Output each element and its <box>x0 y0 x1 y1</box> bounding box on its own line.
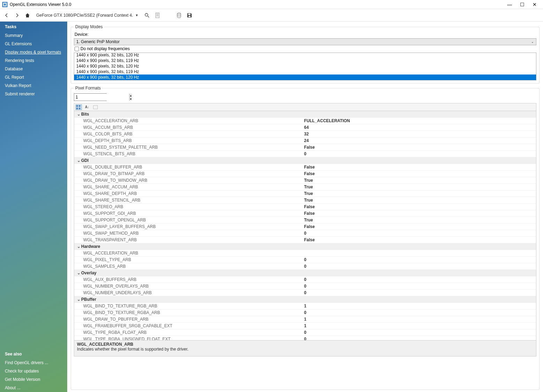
property-name: WGL_SHARE_ACCUM_ARB <box>74 184 304 190</box>
display-mode-item[interactable]: 1440 x 900 pixels, 32 bits, 119 Hz <box>74 58 536 63</box>
sidebar-item-vulkan-report[interactable]: Vulkan Report <box>0 81 67 90</box>
property-row[interactable]: WGL_TYPE_RGBA_UNSIGNED_FLOAT_EXT0 <box>74 336 536 340</box>
database-icon[interactable] <box>176 12 182 18</box>
sidebar-item-rendering-tests[interactable]: Rendering tests <box>0 56 67 65</box>
device-dropdown[interactable]: 1. Generic PnP Monitor ⌄ <box>74 38 536 45</box>
property-row[interactable]: WGL_TRANSPARENT_ARBFalse <box>74 237 536 243</box>
collapse-icon[interactable]: ⌄ <box>76 296 81 303</box>
property-row[interactable]: WGL_SWAP_LAYER_BUFFERS_ARBFalse <box>74 224 536 230</box>
property-row[interactable]: WGL_NUMBER_UNDERLAYS_ARB0 <box>74 290 536 296</box>
sidebar-check-updates[interactable]: Check for updates <box>0 367 67 375</box>
property-value: 0 <box>304 290 536 296</box>
svg-point-3 <box>145 13 148 16</box>
display-modes-list[interactable]: 1440 x 900 pixels, 32 bits, 120 Hz1440 x… <box>74 53 536 80</box>
svg-point-9 <box>177 13 181 14</box>
property-row[interactable]: WGL_TYPE_RGBA_FLOAT_ARB0 <box>74 329 536 336</box>
sidebar-item-submit-renderer[interactable]: Submit renderer <box>0 90 67 98</box>
sidebar-mobile-version[interactable]: Get Mobile Version <box>0 375 67 384</box>
alphabetical-button[interactable]: A↓ <box>84 104 90 110</box>
property-group-header[interactable]: ⌄ Hardware <box>74 243 536 250</box>
property-group-header[interactable]: ⌄ Bits <box>74 111 536 118</box>
sidebar-item-gl-extensions[interactable]: GL Extensions <box>0 40 67 48</box>
hide-frequencies-checkbox[interactable] <box>75 47 79 51</box>
sidebar-item-display-modes[interactable]: Display modes & pixel formats <box>0 48 67 56</box>
collapse-icon[interactable]: ⌄ <box>76 111 81 117</box>
property-name: WGL_STEREO_ARB <box>74 204 304 210</box>
property-row[interactable]: WGL_FRAMEBUFFER_SRGB_CAPABLE_EXT1 <box>74 323 536 329</box>
spinner-down-button[interactable]: ▼ <box>129 97 132 101</box>
property-value: 24 <box>304 138 536 144</box>
property-group-header[interactable]: ⌄ GDI <box>74 157 536 164</box>
property-row[interactable]: WGL_COLOR_BITS_ARB32 <box>74 131 536 138</box>
collapse-icon[interactable]: ⌄ <box>76 270 81 276</box>
property-value: 0 <box>304 263 536 269</box>
property-row[interactable]: WGL_DRAW_TO_PBUFFER_ARB1 <box>74 316 536 323</box>
property-name: WGL_SWAP_METHOD_ARB <box>74 230 304 236</box>
property-name: WGL_STENCIL_BITS_ARB <box>74 151 304 157</box>
titlebar: OpenGL Extensions Viewer 5.0.0 — ☐ ✕ <box>0 0 543 9</box>
chevron-down-icon: ▼ <box>135 14 138 17</box>
property-row[interactable]: WGL_PIXEL_TYPE_ARB0 <box>74 257 536 263</box>
collapse-icon[interactable]: ⌄ <box>76 243 81 250</box>
property-grid[interactable]: ⌄ BitsWGL_ACCELERATION_ARBFULL_ACCELERAT… <box>74 111 536 340</box>
property-value: 0 <box>304 309 536 316</box>
home-button[interactable] <box>24 12 31 18</box>
sidebar-item-database[interactable]: Database <box>0 65 67 73</box>
property-row[interactable]: WGL_DRAW_TO_BITMAP_ARBFalse <box>74 171 536 177</box>
back-button[interactable] <box>3 12 10 18</box>
categorized-button[interactable] <box>76 104 82 110</box>
property-row[interactable]: WGL_STEREO_ARBFalse <box>74 204 536 210</box>
display-mode-item[interactable]: 1440 x 900 pixels, 32 bits, 120 Hz <box>74 63 536 69</box>
sidebar-item-summary[interactable]: Summary <box>0 31 67 40</box>
device-label: Device: <box>75 32 88 37</box>
spinner-up-button[interactable]: ▲ <box>129 94 132 97</box>
property-row[interactable]: WGL_AUX_BUFFERS_ARB0 <box>74 276 536 283</box>
property-name: WGL_TRANSPARENT_ARB <box>74 237 304 243</box>
property-row[interactable]: WGL_ACCELERATION_ARB <box>74 250 536 257</box>
display-mode-item[interactable]: 1440 x 900 pixels, 32 bits, 119 Hz <box>74 69 536 75</box>
property-row[interactable]: WGL_NUMBER_OVERLAYS_ARB0 <box>74 283 536 290</box>
format-index-spinner[interactable]: ▲ ▼ <box>74 93 107 101</box>
property-name: WGL_SAMPLES_ARB <box>74 263 304 269</box>
property-row[interactable]: WGL_SAMPLES_ARB0 <box>74 263 536 270</box>
sidebar-about[interactable]: About ... <box>0 384 67 392</box>
property-row[interactable]: WGL_DOUBLE_BUFFER_ARBFalse <box>74 164 536 171</box>
collapse-icon[interactable]: ⌄ <box>76 157 81 164</box>
property-pages-button[interactable] <box>92 104 99 110</box>
display-mode-item[interactable]: 1440 x 900 pixels, 32 bits, 120 Hz <box>74 53 536 58</box>
property-row[interactable]: WGL_SWAP_METHOD_ARB0 <box>74 230 536 237</box>
property-row[interactable]: WGL_SHARE_STENCIL_ARBTrue <box>74 197 536 204</box>
property-row[interactable]: WGL_STENCIL_BITS_ARB0 <box>74 151 536 157</box>
close-button[interactable]: ✕ <box>528 0 541 9</box>
property-value: 1 <box>304 303 536 309</box>
property-row[interactable]: WGL_BIND_TO_TEXTURE_RGBA_ARB0 <box>74 309 536 316</box>
property-row[interactable]: WGL_ACCELERATION_ARBFULL_ACCELERATION <box>74 118 536 124</box>
save-icon[interactable] <box>186 12 193 18</box>
maximize-button[interactable]: ☐ <box>516 0 528 9</box>
property-row[interactable]: WGL_NEED_SYSTEM_PALETTE_ARBFalse <box>74 144 536 151</box>
minimize-button[interactable]: — <box>503 0 516 9</box>
property-row[interactable]: WGL_SHARE_DEPTH_ARBTrue <box>74 190 536 197</box>
sidebar-item-gl-report[interactable]: GL Report <box>0 73 67 81</box>
format-index-input[interactable] <box>74 94 129 101</box>
property-value: 0 <box>304 336 536 340</box>
forward-button[interactable] <box>14 12 20 18</box>
document-icon[interactable] <box>154 12 161 18</box>
property-row[interactable]: WGL_SUPPORT_GDI_ARBFalse <box>74 210 536 217</box>
property-group-header[interactable]: ⌄ Overlay <box>74 270 536 276</box>
property-name: WGL_SHARE_DEPTH_ARB <box>74 190 304 197</box>
property-row[interactable]: WGL_DRAW_TO_WINDOW_ARBTrue <box>74 177 536 184</box>
sidebar-find-drivers[interactable]: Find OpenGL drivers ... <box>0 359 67 367</box>
gpu-selector[interactable]: GeForce GTX 1080/PCIe/SSE2 (Forward Cont… <box>35 13 140 18</box>
property-row[interactable]: WGL_ACCUM_BITS_ARB64 <box>74 124 536 131</box>
svg-rect-15 <box>79 108 80 109</box>
property-row[interactable]: WGL_SHARE_ACCUM_ARBTrue <box>74 184 536 190</box>
property-row[interactable]: WGL_BIND_TO_TEXTURE_RGB_ARB1 <box>74 303 536 309</box>
search-icon[interactable] <box>144 12 150 18</box>
display-mode-item[interactable]: 1440 x 900 pixels, 32 bits, 120 Hz <box>74 75 536 80</box>
property-row[interactable]: WGL_DEPTH_BITS_ARB24 <box>74 138 536 144</box>
property-name: WGL_SUPPORT_OPENGL_ARB <box>74 217 304 223</box>
property-row[interactable]: WGL_SUPPORT_OPENGL_ARBTrue <box>74 217 536 224</box>
property-name: WGL_FRAMEBUFFER_SRGB_CAPABLE_EXT <box>74 323 304 329</box>
property-group-header[interactable]: ⌄ PBuffer <box>74 296 536 303</box>
